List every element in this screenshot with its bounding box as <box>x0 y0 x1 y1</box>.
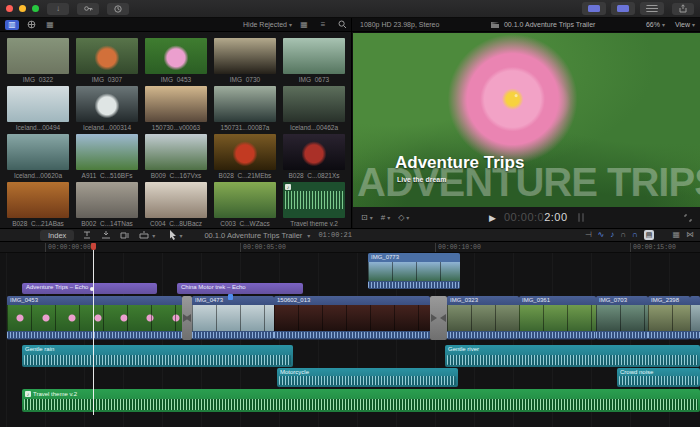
storyline-clip[interactable]: IMG_0361 <box>519 296 596 340</box>
browser-clip[interactable]: Iceland...00620a <box>7 134 69 182</box>
browser-clip[interactable]: IMG_0453 <box>145 38 207 86</box>
browser-clip[interactable]: C004_C...8UBacz <box>145 182 207 230</box>
browser-clip[interactable]: Iceland...00462a <box>283 86 345 134</box>
music-clip[interactable]: ♪Travel theme v.2 <box>22 389 700 412</box>
clip-label: A911_C...516BFs <box>76 172 138 179</box>
browser-clip[interactable]: Iceland...00494 <box>7 86 69 134</box>
browser-clip[interactable]: IMG_0322 <box>7 38 69 86</box>
solo-toggle-icon[interactable]: ∩ <box>620 230 626 240</box>
audio-meters-button[interactable] <box>578 213 584 222</box>
storyline-clip[interactable]: IMG_2398 <box>648 296 690 340</box>
transition-clip[interactable] <box>430 296 447 340</box>
index-button[interactable]: Index <box>40 230 74 241</box>
chevron-down-icon: ▾ <box>406 214 409 221</box>
storyline-clip[interactable]: IMG_0453 <box>7 296 182 340</box>
clip-filmstrip <box>519 305 596 331</box>
storyline-clip[interactable]: IMG_0323 <box>447 296 519 340</box>
playhead-handle[interactable] <box>91 243 96 250</box>
overwrite-edit-button[interactable] <box>138 230 150 240</box>
connected-clip[interactable]: IMG_0773 <box>368 253 460 289</box>
clip-label <box>690 296 700 305</box>
clip-appearance-button[interactable]: ▦ <box>297 20 311 30</box>
audio-clip[interactable]: Motorcycle <box>277 368 458 387</box>
viewer-timecode: 00:00:02:00 <box>504 211 568 224</box>
close-window-button[interactable] <box>6 5 13 12</box>
audio-clip[interactable]: Gentle river <box>445 345 700 367</box>
browser-clip[interactable]: 150731...00087a <box>214 86 276 134</box>
inspector-toggle-button[interactable] <box>640 2 664 15</box>
audio-clip[interactable]: Gentle rain <box>22 345 293 367</box>
apps-grid-icon: ▦ <box>46 20 54 29</box>
skimming-toggle-icon[interactable]: ∿ <box>598 230 605 240</box>
storyline-clip[interactable]: 150602_013 <box>274 296 430 340</box>
photos-audio-sidebar-toggle[interactable] <box>24 20 38 30</box>
viewer-toolbar: 1080p HD 23.98p, Stereo 00.1.0 Adventure… <box>352 18 700 31</box>
browser-clip[interactable]: B028_C...21ABas <box>7 182 69 230</box>
filter-popup[interactable]: Hide Rejected <box>243 21 287 28</box>
clip-marker[interactable] <box>228 294 233 300</box>
clip-label: B028_C...0821Xs <box>283 172 345 179</box>
browser-clip[interactable]: 150730...v00063 <box>145 86 207 134</box>
clip-label: 150602_013 <box>274 296 430 305</box>
list-view-icon: ≡ <box>321 20 326 29</box>
play-button[interactable]: ▶ <box>489 213 496 223</box>
viewer-zoom-popup[interactable]: 66% <box>646 21 660 28</box>
expand-viewer-icon[interactable] <box>684 214 692 222</box>
share-button[interactable] <box>672 3 694 15</box>
timeline-project-popup[interactable]: 00.1.0 Adventure Trips Trailer ▾ <box>204 231 310 240</box>
import-media-button[interactable]: ↓ <box>47 3 69 15</box>
zoom-window-button[interactable] <box>32 5 39 12</box>
search-button[interactable] <box>335 20 349 30</box>
title-clip[interactable]: China Motor trek – Echo <box>177 283 303 294</box>
browser-clip[interactable]: IMG_0673 <box>283 38 345 86</box>
transform-popup[interactable]: ⊡▾ <box>361 213 373 222</box>
effects-browser-icon[interactable]: ▦ <box>672 230 680 240</box>
playhead[interactable] <box>93 243 94 415</box>
transition-clip[interactable] <box>182 296 192 340</box>
audio-clip[interactable]: Crowd noise <box>617 368 700 387</box>
clip-label: IMG_0703 <box>596 296 648 305</box>
browser-clip[interactable]: Iceland...000314 <box>76 86 138 134</box>
browser-clip[interactable]: B009_C...167Vxs <box>145 134 207 182</box>
distort-popup[interactable]: ◇▾ <box>398 213 409 222</box>
storyline-clip[interactable]: IMG_0703 <box>596 296 648 340</box>
globe-icon <box>27 20 36 29</box>
background-tasks-button[interactable] <box>107 3 129 15</box>
append-edit-button[interactable] <box>119 230 131 240</box>
clip-appearance-popup-icon[interactable]: ▤ <box>644 230 655 240</box>
clip-audio-waveform <box>192 331 274 339</box>
insert-edit-button[interactable] <box>100 230 112 240</box>
storyline-clip[interactable] <box>690 296 700 340</box>
clip-audio-waveform <box>7 331 182 339</box>
browser-clip[interactable]: IMG_0730 <box>214 38 276 86</box>
snapping-toggle-icon[interactable]: ∩ <box>632 230 638 240</box>
viewer-view-popup[interactable]: View <box>675 21 690 28</box>
browser-toggle-button[interactable] <box>582 2 606 15</box>
clip-thumbnail <box>7 134 69 170</box>
timeline-ruler[interactable]: 00:00:00:0000:00:05:0000:00:10:0000:00:1… <box>0 242 700 253</box>
list-view-button[interactable]: ≡ <box>316 20 330 30</box>
browser-clip[interactable]: B002_C...14TNas <box>76 182 138 230</box>
browser-clip[interactable]: ♪Travel theme v.2 <box>283 182 345 230</box>
minimize-window-button[interactable] <box>19 5 26 12</box>
browser-clip[interactable]: C003_C...WZacs <box>214 182 276 230</box>
timeline-toggle-button[interactable] <box>611 2 635 15</box>
browser-clip[interactable]: A911_C...516BFs <box>76 134 138 182</box>
titles-generators-sidebar-toggle[interactable]: ▦ <box>43 20 57 30</box>
browser-clip[interactable]: IMG_0307 <box>76 38 138 86</box>
transitions-browser-icon[interactable]: ⋈ <box>686 230 694 240</box>
clip-thumbnail <box>283 86 345 122</box>
clip-thumbnail <box>76 86 138 122</box>
libraries-sidebar-toggle[interactable]: ▥ <box>5 20 19 30</box>
browser-clip[interactable]: B028_C...0821Xs <box>283 134 345 182</box>
browser-clip[interactable]: B028_C...21MEbs <box>214 134 276 182</box>
storyline-clip[interactable]: IMG_0473 <box>192 296 274 340</box>
tools-popup[interactable]: ▾ <box>169 230 182 240</box>
keyword-editor-button[interactable] <box>77 3 99 15</box>
crop-popup[interactable]: #▾ <box>381 213 390 222</box>
trim-icon[interactable]: ⊣ <box>585 230 592 240</box>
connect-edit-button[interactable] <box>81 230 93 240</box>
clip-filmstrip <box>596 305 648 331</box>
audio-skimming-toggle-icon[interactable]: ♪ <box>610 230 614 240</box>
clip-label: ♪Travel theme v.2 <box>22 389 700 398</box>
